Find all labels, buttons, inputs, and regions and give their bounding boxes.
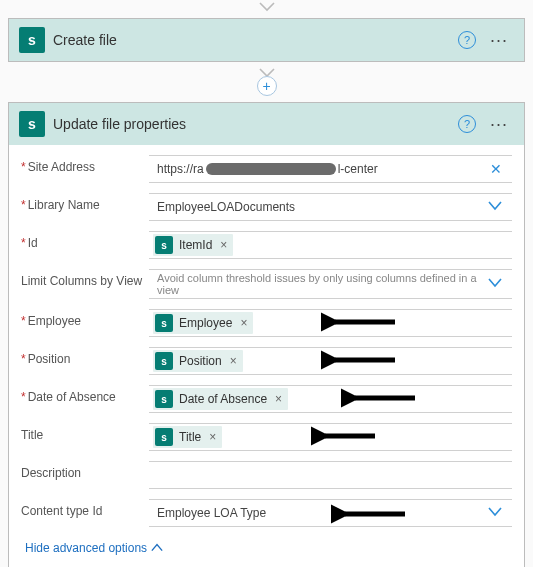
sharepoint-icon: s bbox=[155, 390, 173, 408]
employee-label: Employee bbox=[21, 309, 149, 328]
date-of-absence-label: Date of Absence bbox=[21, 385, 149, 404]
id-pill[interactable]: s ItemId × bbox=[153, 234, 233, 256]
sharepoint-icon: s bbox=[19, 27, 45, 53]
title-pill-label: Title bbox=[179, 430, 201, 444]
connector-arrow-icon bbox=[259, 2, 275, 12]
date-of-absence-pill-label: Date of Absence bbox=[179, 392, 267, 406]
update-file-title: Update file properties bbox=[53, 116, 450, 132]
remove-icon[interactable]: × bbox=[238, 316, 247, 330]
chevron-down-icon[interactable] bbox=[482, 277, 508, 291]
position-pill[interactable]: s Position × bbox=[153, 350, 243, 372]
sharepoint-icon: s bbox=[155, 314, 173, 332]
position-pill-label: Position bbox=[179, 354, 222, 368]
chevron-up-icon bbox=[151, 543, 163, 553]
employee-pill[interactable]: s Employee × bbox=[153, 312, 253, 334]
library-name-label: Library Name bbox=[21, 193, 149, 212]
employee-field[interactable]: s Employee × bbox=[149, 309, 512, 337]
site-address-prefix: https://ra bbox=[157, 162, 204, 176]
content-type-id-field[interactable]: Employee LOA Type bbox=[149, 499, 512, 527]
chevron-down-icon[interactable] bbox=[482, 200, 508, 214]
sharepoint-icon: s bbox=[155, 352, 173, 370]
description-field[interactable] bbox=[149, 461, 512, 489]
hide-advanced-options-link[interactable]: Hide advanced options bbox=[21, 537, 163, 567]
limit-columns-field[interactable]: Avoid column threshold issues by only us… bbox=[149, 269, 512, 299]
description-label: Description bbox=[21, 461, 149, 480]
site-address-label: Site Address bbox=[21, 155, 149, 174]
sharepoint-icon: s bbox=[155, 236, 173, 254]
date-of-absence-pill[interactable]: s Date of Absence × bbox=[153, 388, 288, 410]
more-menu-icon[interactable]: ··· bbox=[484, 119, 514, 129]
limit-columns-label: Limit Columns by View bbox=[21, 269, 149, 288]
content-type-id-value: Employee LOA Type bbox=[157, 506, 266, 520]
create-file-title: Create file bbox=[53, 32, 450, 48]
help-icon[interactable]: ? bbox=[458, 115, 476, 133]
id-label: Id bbox=[21, 231, 149, 250]
chevron-down-icon[interactable] bbox=[482, 506, 508, 520]
title-label: Title bbox=[21, 423, 149, 442]
id-field[interactable]: s ItemId × bbox=[149, 231, 512, 259]
title-field[interactable]: s Title × bbox=[149, 423, 512, 451]
library-name-value: EmployeeLOADocuments bbox=[157, 200, 295, 214]
redacted-segment bbox=[206, 163, 336, 175]
create-file-header[interactable]: s Create file ? ··· bbox=[9, 19, 524, 61]
clear-icon[interactable]: ✕ bbox=[484, 161, 508, 177]
position-field[interactable]: s Position × bbox=[149, 347, 512, 375]
id-pill-label: ItemId bbox=[179, 238, 212, 252]
sharepoint-icon: s bbox=[19, 111, 45, 137]
update-file-header[interactable]: s Update file properties ? ··· bbox=[9, 103, 524, 145]
remove-icon[interactable]: × bbox=[228, 354, 237, 368]
help-icon[interactable]: ? bbox=[458, 31, 476, 49]
site-address-suffix: l-center bbox=[338, 162, 378, 176]
sharepoint-icon: s bbox=[155, 428, 173, 446]
title-pill[interactable]: s Title × bbox=[153, 426, 222, 448]
date-of-absence-field[interactable]: s Date of Absence × bbox=[149, 385, 512, 413]
library-name-field[interactable]: EmployeeLOADocuments bbox=[149, 193, 512, 221]
site-address-field[interactable]: https://ra l-center ✕ bbox=[149, 155, 512, 183]
employee-pill-label: Employee bbox=[179, 316, 232, 330]
position-label: Position bbox=[21, 347, 149, 366]
update-file-properties-card: s Update file properties ? ··· Site Addr… bbox=[8, 102, 525, 567]
limit-columns-placeholder: Avoid column threshold issues by only us… bbox=[157, 272, 482, 296]
more-menu-icon[interactable]: ··· bbox=[484, 35, 514, 45]
remove-icon[interactable]: × bbox=[273, 392, 282, 406]
remove-icon[interactable]: × bbox=[207, 430, 216, 444]
add-step-button[interactable]: + bbox=[257, 76, 277, 96]
remove-icon[interactable]: × bbox=[218, 238, 227, 252]
create-file-card: s Create file ? ··· bbox=[8, 18, 525, 62]
content-type-id-label: Content type Id bbox=[21, 499, 149, 518]
hide-advanced-label: Hide advanced options bbox=[25, 541, 147, 555]
